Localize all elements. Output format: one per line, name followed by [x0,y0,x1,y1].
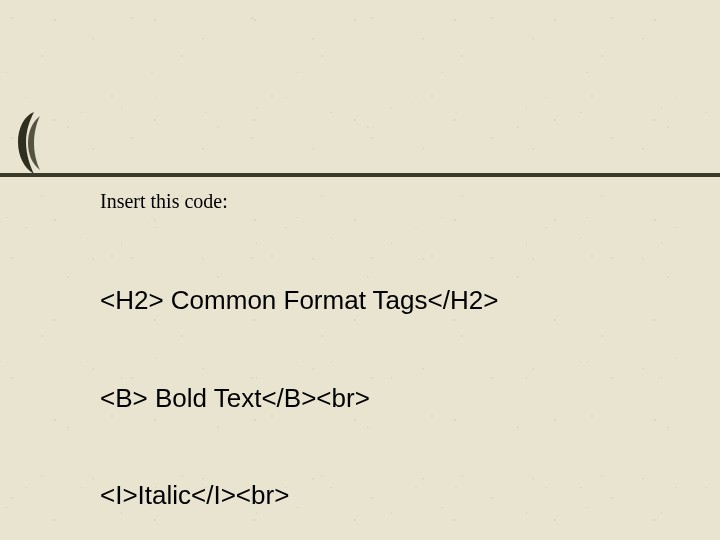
brush-stroke-decoration [6,108,52,178]
slide-content: Insert this code: <H2> Common Format Tag… [100,190,700,540]
code-line: <H2> Common Format Tags</H2> [100,284,700,317]
code-line: <I>Italic</I><br> [100,479,700,512]
intro-text: Insert this code: [100,190,700,213]
horizontal-divider [0,173,720,177]
code-block: <H2> Common Format Tags</H2> <B> Bold Te… [100,219,700,540]
code-line: <B> Bold Text</B><br> [100,382,700,415]
